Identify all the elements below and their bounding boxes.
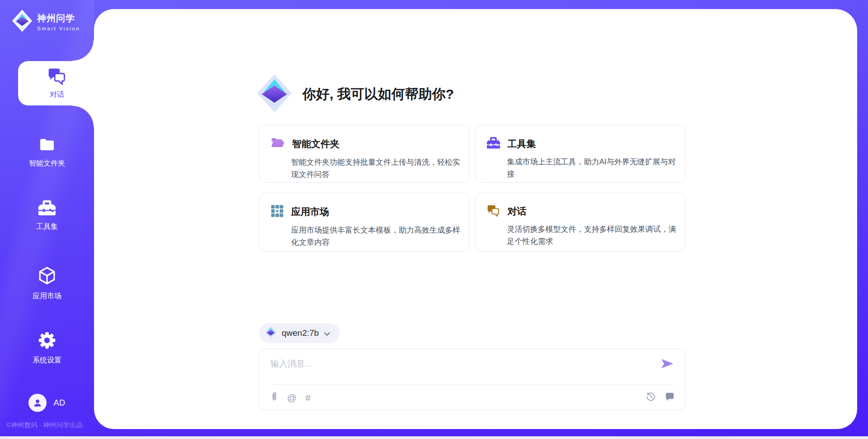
page-bottom-strip [0, 436, 868, 439]
card-title: 对话 [508, 205, 527, 218]
brand-subtitle: Smart Vision [37, 26, 80, 31]
model-name: qwen2:7b [282, 328, 319, 338]
topic-button[interactable]: # [305, 392, 311, 403]
chevron-down-icon [324, 330, 330, 338]
card-smart-folder[interactable]: 智能文件夹 智能文件夹功能支持批量文件上传与清洗，轻松实现文件问答 [259, 125, 470, 183]
send-icon [660, 364, 674, 371]
avatar [28, 394, 47, 412]
sidebar-item-toolset[interactable]: 工具集 [0, 199, 94, 232]
sidebar-item-label: 应用市场 [33, 291, 61, 301]
sidebar-item-label: 智能文件夹 [29, 159, 65, 168]
brand-name: 神州问学 [37, 12, 80, 24]
user-profile[interactable]: AD [0, 394, 94, 412]
card-title: 智能文件夹 [292, 138, 340, 150]
copyright-text: ©神州数码 · 神州问学出品 [6, 421, 83, 429]
hash-icon: # [305, 392, 311, 403]
history-icon [646, 391, 656, 404]
card-title: 工具集 [508, 138, 536, 150]
chat-icon [486, 204, 500, 219]
feature-cards: 智能文件夹 智能文件夹功能支持批量文件上传与清洗，轻松实现文件问答 工具集 集成… [259, 125, 685, 252]
card-description: 智能文件夹功能支持批量文件上传与清洗，轻松实现文件问答 [291, 156, 461, 181]
sidebar-item-settings[interactable]: 系统设置 [0, 331, 94, 365]
attach-button[interactable] [270, 391, 278, 404]
card-description: 灵活切换多模型文件，支持多样回复效果调试，满足个性化需求 [507, 223, 677, 248]
message-input[interactable] [270, 356, 660, 369]
model-selector[interactable]: qwen2:7b [259, 323, 340, 343]
sidebar-item-app-market[interactable]: 应用市场 [0, 266, 94, 301]
folder-icon [38, 137, 56, 155]
card-toolset[interactable]: 工具集 集成市场上主流工具，助力AI与外界无缝扩展与对接 [475, 125, 686, 183]
folder-open-icon [270, 136, 285, 152]
brand: 神州问学 Smart Vision [12, 10, 80, 33]
person-icon [32, 397, 43, 408]
history-button[interactable] [646, 391, 656, 404]
toolbox-icon [38, 199, 56, 218]
main-panel: 你好, 我可以如何帮助你? 智能文件夹 智能文件夹功能支持批量文件上传与清洗，轻… [94, 9, 857, 429]
grid-icon [270, 204, 284, 220]
gear-icon [38, 331, 57, 352]
chat-square-icon [665, 391, 675, 404]
sidebar-item-label: 对话 [50, 90, 64, 100]
cube-icon [38, 266, 57, 287]
model-logo-diamond-icon [265, 326, 277, 341]
sidebar-item-chat-active[interactable]: 对话 [18, 61, 96, 105]
composer-right-tools [646, 391, 675, 404]
mention-button[interactable]: @ [287, 392, 297, 403]
feedback-button[interactable] [665, 391, 675, 404]
card-title: 应用市场 [291, 205, 329, 218]
message-composer: @ # [259, 348, 685, 410]
composer-left-tools: @ # [270, 391, 311, 404]
greeting-text: 你好, 我可以如何帮助你? [302, 85, 454, 104]
user-label: AD [53, 398, 65, 408]
paperclip-icon [270, 391, 278, 404]
card-app-market[interactable]: 应用市场 应用市场提供丰富长文本模板，助力高效生成多样化文章内容 [259, 193, 470, 252]
composer-divider [269, 384, 676, 385]
at-icon: @ [287, 392, 297, 403]
chat-icon [47, 67, 67, 87]
card-chat[interactable]: 对话 灵活切换多模型文件，支持多样回复效果调试，满足个性化需求 [475, 193, 686, 252]
card-description: 应用市场提供丰富长文本模板，助力高效生成多样化文章内容 [291, 224, 461, 248]
sidebar-item-label: 工具集 [36, 222, 58, 232]
greeting: 你好, 我可以如何帮助你? [256, 73, 454, 115]
brand-logo-diamond-icon [12, 10, 33, 33]
sidebar-item-smart-folder[interactable]: 智能文件夹 [0, 137, 94, 168]
card-description: 集成市场上主流工具，助力AI与外界无缝扩展与对接 [507, 156, 677, 180]
send-button[interactable] [660, 356, 675, 372]
sidebar-item-label: 系统设置 [33, 356, 61, 365]
toolbox-icon [486, 136, 500, 151]
assistant-logo-diamond-icon [256, 73, 292, 115]
